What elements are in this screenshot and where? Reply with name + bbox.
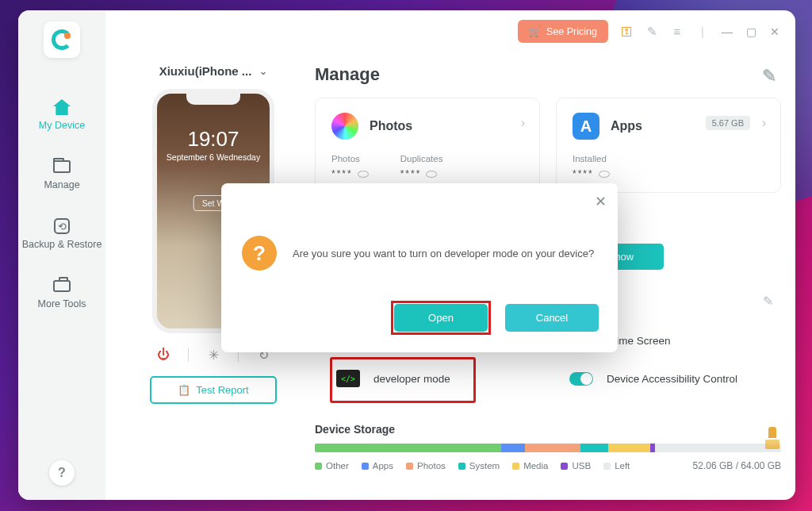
pencil-icon[interactable]: ✎	[762, 66, 776, 86]
storage-text: 52.06 GB / 64.00 GB	[693, 460, 781, 471]
see-pricing-button[interactable]: 🛒 See Pricing	[518, 20, 608, 43]
card-row: Photos › Photos **** Duplicates ****	[315, 98, 781, 193]
legend-apps: Apps	[373, 461, 393, 471]
apps-card[interactable]: A Apps 5.67 GB › Installed ****	[556, 98, 781, 193]
separator: |	[695, 25, 710, 38]
legend-left: Left	[615, 461, 630, 471]
photos-card[interactable]: Photos › Photos **** Duplicates ****	[315, 98, 540, 193]
legend-system: System	[469, 461, 500, 471]
briefcase-icon	[52, 276, 72, 295]
stat-value: ****	[573, 168, 594, 179]
legend-photos: Photos	[417, 461, 446, 471]
cancel-button[interactable]: Cancel	[505, 304, 599, 332]
device-selector[interactable]: Xiuxiu(iPhone ...	[159, 64, 268, 78]
stat-value: ****	[331, 168, 353, 179]
seg-apps	[501, 444, 524, 452]
legend-media: Media	[523, 461, 548, 471]
clock-date: September 6 Wednesday	[157, 152, 270, 162]
clean-icon[interactable]	[764, 427, 781, 449]
stat-value: ****	[400, 168, 422, 179]
sidebar-item-my-device[interactable]: My Device	[39, 98, 85, 132]
restore-icon	[52, 217, 72, 236]
seg-system	[580, 444, 608, 452]
highlight-box	[391, 301, 491, 335]
app-logo	[44, 21, 80, 58]
loading-icon[interactable]: ✳	[203, 344, 224, 365]
power-icon[interactable]: ⏻	[153, 344, 174, 365]
divider	[188, 348, 189, 362]
storage-legend: Other Apps Photos System Media USB Left …	[315, 460, 781, 471]
help-button[interactable]: ?	[49, 460, 75, 486]
minimize-button[interactable]: —	[721, 25, 733, 38]
app-window: My Device Manage Backup & Restore More T…	[18, 10, 795, 500]
manage-title: Manage	[315, 64, 380, 84]
key-icon[interactable]: ⚿	[619, 25, 634, 38]
eye-icon[interactable]	[426, 171, 437, 178]
size-badge: 5.67 GB	[706, 116, 750, 130]
test-report-label: Test Report	[196, 384, 248, 396]
cart-icon: 🛒	[529, 25, 542, 37]
highlight-box	[330, 357, 476, 403]
accessibility-label: Device Accessibility Control	[607, 373, 737, 385]
legend-usb: USB	[572, 461, 591, 471]
close-icon[interactable]: ✕	[595, 193, 607, 210]
photos-title: Photos	[370, 119, 412, 133]
question-icon: ?	[242, 236, 277, 271]
stat-label: Installed	[573, 154, 610, 163]
toggle-icon	[569, 367, 594, 390]
photos-icon	[331, 113, 358, 140]
sidebar-item-more-tools[interactable]: More Tools	[38, 276, 86, 310]
test-report-button[interactable]: 📋 Test Report	[150, 376, 277, 404]
seg-media	[608, 444, 650, 452]
apps-title: Apps	[611, 119, 642, 133]
sidebar-nav: My Device Manage Backup & Restore More T…	[18, 98, 105, 310]
sidebar: My Device Manage Backup & Restore More T…	[18, 10, 105, 500]
home-icon	[52, 98, 72, 117]
edit-icon[interactable]: ✎	[645, 25, 659, 39]
lock-clock: 19:07 September 6 Wednesday	[157, 127, 270, 162]
sidebar-item-label: Backup & Restore	[22, 239, 102, 251]
sidebar-item-label: Manage	[44, 179, 79, 191]
legend-other: Other	[326, 461, 349, 471]
topbar: 🛒 See Pricing ⚿ ✎ ≡ | — ▢ ✕	[518, 20, 781, 43]
apps-icon: A	[573, 113, 599, 140]
eye-icon[interactable]	[358, 171, 369, 178]
clock-time: 19:07	[157, 127, 270, 152]
sidebar-item-label: My Device	[39, 120, 85, 132]
seg-usb	[650, 444, 655, 452]
sidebar-item-label: More Tools	[38, 298, 86, 310]
maximize-button[interactable]: ▢	[745, 25, 757, 38]
chevron-right-icon[interactable]: ›	[521, 116, 525, 130]
stat-label: Duplicates	[400, 154, 443, 163]
manage-header: Manage ✎	[315, 64, 781, 85]
clipboard-icon: 📋	[178, 384, 190, 396]
quick-accessibility[interactable]: Device Accessibility Control	[564, 359, 765, 398]
close-button[interactable]: ✕	[768, 25, 781, 38]
confirm-dialog: ✕ ? Are you sure you want to turn on dev…	[221, 183, 618, 352]
seg-other	[315, 444, 501, 452]
list-icon[interactable]: ≡	[670, 25, 684, 38]
storage-section: Device Storage Other Apps Photos System	[315, 423, 781, 471]
seg-photos	[525, 444, 581, 452]
storage-header: Device Storage	[315, 423, 781, 436]
storage-bar	[315, 444, 781, 452]
eye-icon[interactable]	[599, 171, 610, 178]
quick-developer-mode[interactable]: </> developer mode	[331, 359, 532, 398]
device-name: Xiuxiu(iPhone ...	[159, 64, 252, 78]
phone-notch	[186, 94, 240, 105]
dialog-text: Are you sure you want to turn on develop…	[293, 248, 594, 259]
pricing-label: See Pricing	[546, 26, 597, 37]
sidebar-item-manage[interactable]: Manage	[44, 157, 79, 191]
sidebar-item-backup[interactable]: Backup & Restore	[22, 217, 102, 251]
stat-label: Photos	[331, 154, 369, 163]
chevron-right-icon[interactable]: ›	[762, 116, 766, 130]
folder-icon	[52, 157, 72, 176]
